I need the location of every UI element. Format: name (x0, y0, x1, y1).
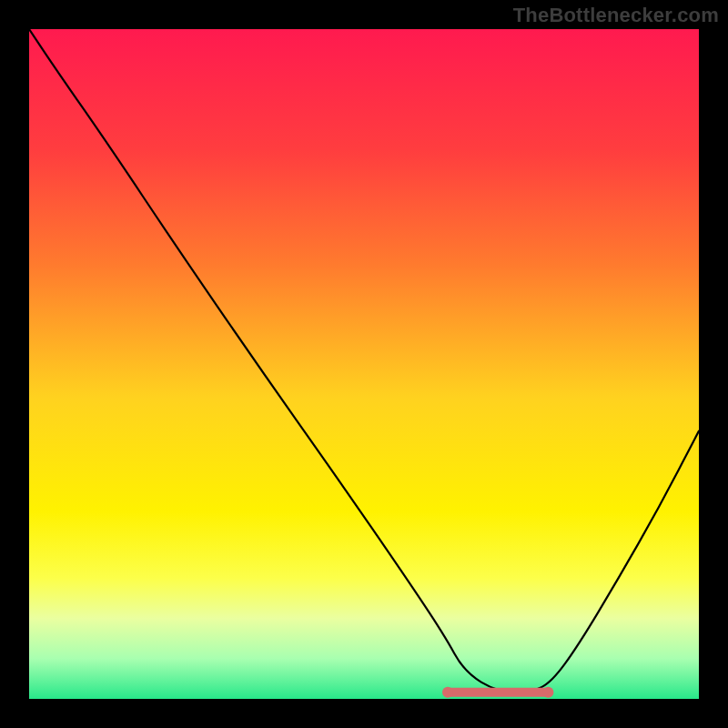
watermark-label: TheBottlenecker.com (513, 4, 719, 27)
valley-endpoint-right (542, 687, 553, 698)
chart-svg (29, 29, 699, 699)
valley-endpoint-left (442, 687, 453, 698)
chart-frame: TheBottlenecker.com (0, 0, 728, 728)
plot-area (29, 29, 699, 699)
chart-background (29, 29, 699, 699)
